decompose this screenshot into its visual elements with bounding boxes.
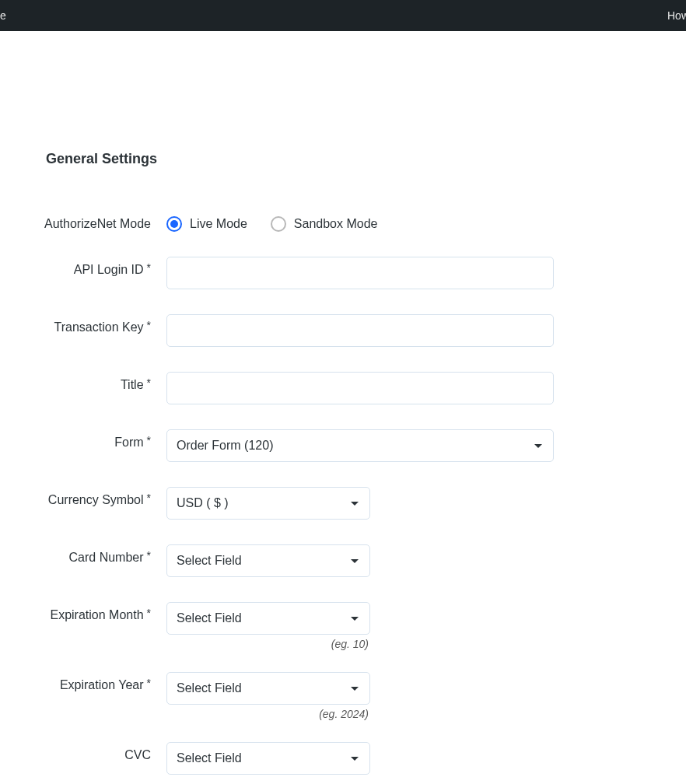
card-number-select-value: Select Field	[177, 554, 242, 568]
radio-circle-icon	[166, 216, 182, 232]
label-text-exp-month: Expiration Month	[50, 608, 143, 622]
radio-live-mode[interactable]: Live Mode	[166, 216, 247, 232]
required-asterisk: *	[147, 319, 151, 331]
label-title: Title *	[0, 372, 156, 392]
label-text-currency: Currency Symbol	[48, 493, 144, 507]
input-col-api-login	[156, 257, 554, 289]
exp-year-hint: (eg. 2024)	[166, 708, 370, 720]
input-col-title	[156, 372, 554, 404]
label-expiration-month: Expiration Month *	[0, 602, 156, 622]
required-asterisk: *	[147, 376, 151, 389]
section-title: General Settings	[46, 151, 686, 167]
admin-topbar: te How	[0, 0, 686, 31]
input-col-exp-year: Select Field (eg. 2024)	[156, 672, 370, 720]
required-asterisk: *	[147, 549, 151, 562]
form-select-value: Order Form (120)	[177, 439, 273, 453]
cvc-select-value: Select Field	[177, 751, 242, 765]
title-input[interactable]	[166, 372, 554, 404]
label-currency-symbol: Currency Symbol *	[0, 487, 156, 507]
label-text-cvc: CVC	[124, 748, 151, 762]
radio-live-label: Live Mode	[190, 217, 247, 231]
radio-group-mode: Live Mode Sandbox Mode	[166, 210, 377, 232]
settings-form: AuthorizeNet Mode Live Mode Sandbox Mode	[0, 210, 686, 775]
label-expiration-year: Expiration Year *	[0, 672, 156, 692]
cvc-select-display: Select Field	[166, 742, 370, 775]
settings-content: General Settings AuthorizeNet Mode Live …	[0, 151, 686, 775]
currency-select-value: USD ( $ )	[177, 496, 229, 510]
form-select[interactable]: Order Form (120)	[166, 429, 554, 462]
expiration-month-select[interactable]: Select Field	[166, 602, 370, 635]
label-text-form: Form	[114, 436, 143, 450]
label-form: Form *	[0, 429, 156, 450]
row-form: Form * Order Form (120)	[0, 429, 686, 462]
label-api-login-id: API Login ID *	[0, 257, 156, 277]
label-text-exp-year: Expiration Year	[60, 678, 144, 692]
topbar-right-text: How	[667, 9, 686, 22]
input-col-form: Order Form (120)	[156, 429, 554, 462]
exp-month-hint: (eg. 10)	[166, 638, 370, 650]
label-text-title: Title	[121, 378, 144, 392]
cvc-select[interactable]: Select Field	[166, 742, 370, 775]
row-transaction-key: Transaction Key *	[0, 314, 686, 347]
exp-month-select-display: Select Field	[166, 602, 370, 635]
input-col-card-number: Select Field	[156, 544, 370, 577]
currency-select-display: USD ( $ )	[166, 487, 370, 520]
label-card-number: Card Number *	[0, 544, 156, 565]
card-number-select[interactable]: Select Field	[166, 544, 370, 577]
input-col-transaction-key	[156, 314, 554, 347]
exp-year-select-value: Select Field	[177, 681, 242, 695]
radio-sandbox-mode[interactable]: Sandbox Mode	[271, 216, 378, 232]
radio-sandbox-label: Sandbox Mode	[294, 217, 378, 231]
radio-circle-icon	[271, 216, 286, 232]
label-text-transaction-key: Transaction Key	[54, 320, 144, 334]
expiration-year-select[interactable]: Select Field	[166, 672, 370, 705]
input-col-exp-month: Select Field (eg. 10)	[156, 602, 370, 650]
api-login-id-input[interactable]	[166, 257, 554, 289]
row-api-login-id: API Login ID *	[0, 257, 686, 289]
row-title: Title *	[0, 372, 686, 404]
row-expiration-month: Expiration Month * Select Field (eg. 10)	[0, 602, 686, 650]
row-authorizenet-mode: AuthorizeNet Mode Live Mode Sandbox Mode	[0, 210, 686, 232]
exp-year-select-display: Select Field	[166, 672, 370, 705]
topbar-left-text: te	[0, 9, 6, 22]
card-number-select-display: Select Field	[166, 544, 370, 577]
required-asterisk: *	[147, 677, 151, 689]
required-asterisk: *	[147, 434, 151, 446]
required-asterisk: *	[147, 607, 151, 619]
label-text-api-login: API Login ID	[74, 263, 144, 277]
required-asterisk: *	[147, 492, 151, 504]
label-authorizenet-mode: AuthorizeNet Mode	[0, 210, 156, 231]
required-asterisk: *	[147, 261, 151, 274]
row-card-number: Card Number * Select Field	[0, 544, 686, 577]
input-col-cvc: Select Field	[156, 742, 370, 775]
row-expiration-year: Expiration Year * Select Field (eg. 2024…	[0, 672, 686, 720]
row-currency-symbol: Currency Symbol * USD ( $ )	[0, 487, 686, 520]
label-text-mode: AuthorizeNet Mode	[44, 217, 151, 231]
label-transaction-key: Transaction Key *	[0, 314, 156, 334]
transaction-key-input[interactable]	[166, 314, 554, 347]
label-text-card-number: Card Number	[69, 551, 144, 565]
row-cvc: CVC Select Field	[0, 742, 686, 775]
form-select-display: Order Form (120)	[166, 429, 554, 462]
input-col-currency: USD ( $ )	[156, 487, 370, 520]
label-cvc: CVC	[0, 742, 156, 762]
exp-month-select-value: Select Field	[177, 611, 242, 625]
input-col-mode: Live Mode Sandbox Mode	[156, 210, 377, 232]
currency-select[interactable]: USD ( $ )	[166, 487, 370, 520]
